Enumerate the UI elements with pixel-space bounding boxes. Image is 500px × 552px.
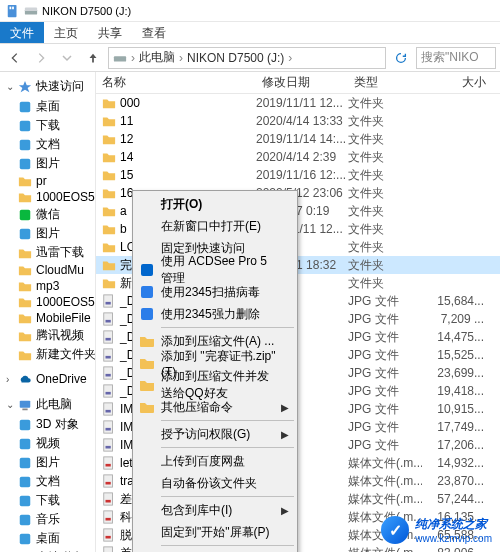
sidebar-item[interactable]: 音乐 (0, 510, 95, 529)
sidebar-item[interactable]: pr (0, 173, 95, 189)
menu-item[interactable]: 发送到(N)▶ (135, 548, 295, 552)
svg-rect-8 (20, 139, 31, 150)
svg-rect-32 (104, 331, 113, 343)
file-row[interactable]: 12 2019/11/14 14:... 文件夹 (96, 130, 500, 148)
file-row[interactable]: 15 2019/11/16 12:... 文件夹 (96, 166, 500, 184)
file-type: JPG 文件 (348, 401, 422, 418)
ribbon-tab-share[interactable]: 共享 (88, 22, 132, 43)
sidebar-item[interactable]: 文档 (0, 135, 95, 154)
col-type[interactable]: 类型 (348, 74, 422, 91)
menu-item[interactable]: 其他压缩命令▶ (135, 396, 295, 418)
col-name[interactable]: 名称 (96, 74, 256, 91)
sidebar-item[interactable]: 图片 (0, 453, 95, 472)
file-type: 媒体文件(.m... (348, 473, 422, 490)
nav-back-button[interactable] (4, 47, 26, 69)
file-name: 15 (120, 168, 133, 182)
breadcrumb[interactable]: 此电脑 (139, 49, 175, 66)
navigation-pane: ⌄ 快速访问桌面下载文档图片pr1000EOS5D微信图片迅雷下载CloudMu… (0, 72, 96, 552)
svg-rect-49 (106, 482, 111, 485)
sidebar-item[interactable]: 1000EOS5D (0, 189, 95, 205)
ribbon-tab-view[interactable]: 查看 (132, 22, 176, 43)
sidebar-item[interactable]: 视频 (0, 434, 95, 453)
col-date[interactable]: 修改日期 (256, 74, 348, 91)
svg-rect-9 (20, 158, 31, 169)
sidebar-item[interactable]: 文档 (0, 472, 95, 491)
sidebar-item[interactable]: 下载 (0, 116, 95, 135)
sidebar-item[interactable]: 图片 (0, 224, 95, 243)
nav-forward-button[interactable] (30, 47, 52, 69)
sidebar-item[interactable]: 图片 (0, 154, 95, 173)
file-type: 文件夹 (348, 257, 422, 274)
svg-rect-45 (106, 446, 111, 449)
menu-item[interactable]: 打开(O) (135, 193, 295, 215)
watermark-url: www.kzmvip.com (415, 533, 492, 544)
address-box[interactable]: › 此电脑 › NIKON D7500 (J:) › (108, 47, 386, 69)
menu-item[interactable]: 固定到"开始"屏幕(P) (135, 521, 295, 543)
sidebar-item[interactable]: 迅雷下载 (0, 243, 95, 262)
menu-item[interactable]: 自动备份该文件夹 (135, 472, 295, 494)
sidebar-item[interactable]: 微信 (0, 205, 95, 224)
breadcrumb[interactable]: NIKON D7500 (J:) (187, 51, 284, 65)
sidebar-item[interactable]: 下载 (0, 491, 95, 510)
sidebar-this-pc[interactable]: ⌄ 此电脑 (0, 394, 95, 415)
menu-item-label: 打开(O) (161, 196, 202, 213)
file-name: 新 (120, 275, 132, 292)
sidebar-item[interactable]: CloudMu (0, 262, 95, 278)
file-row[interactable]: 11 2020/4/14 13:33 文件夹 (96, 112, 500, 130)
nav-up-button[interactable] (82, 47, 104, 69)
sidebar-item-label: 1000EOS5D (36, 295, 95, 309)
sidebar-item[interactable]: mp3 (0, 278, 95, 294)
star-icon (18, 80, 32, 94)
svg-rect-37 (106, 374, 111, 377)
file-name: 差 (120, 491, 132, 508)
ribbon-file[interactable]: 文件 (0, 22, 44, 43)
file-row[interactable]: 14 2020/4/14 2:39 文件夹 (96, 148, 500, 166)
file-type: 媒体文件(.m... (348, 455, 422, 472)
file-date: 2019/11/16 12:... (256, 168, 348, 182)
menu-item[interactable]: 包含到库中(I)▶ (135, 499, 295, 521)
svg-rect-12 (20, 400, 31, 407)
svg-rect-15 (20, 438, 31, 449)
chevron-right-icon: › (288, 51, 292, 65)
file-size: 7,209 ... (422, 312, 492, 326)
refresh-button[interactable] (390, 47, 412, 69)
menu-item[interactable]: 上传到百度网盘 (135, 450, 295, 472)
sidebar-quick-access[interactable]: ⌄ 快速访问 (0, 76, 95, 97)
svg-rect-1 (10, 6, 12, 9)
sidebar-item-label: 图片 (36, 225, 60, 242)
file-size: 23,699... (422, 366, 492, 380)
file-name: 000 (120, 96, 140, 110)
sidebar-item[interactable]: 腾讯视频 (0, 326, 95, 345)
menu-item[interactable]: 使用2345强力删除 (135, 303, 295, 325)
col-size[interactable]: 大小 (422, 74, 492, 91)
nav-recent-button[interactable] (56, 47, 78, 69)
file-type: JPG 文件 (348, 419, 422, 436)
file-row[interactable]: 000 2019/11/11 12... 文件夹 (96, 94, 500, 112)
menu-item[interactable]: 在新窗口中打开(E) (135, 215, 295, 237)
sidebar-item-label: mp3 (36, 279, 59, 293)
ribbon-tab-home[interactable]: 主页 (44, 22, 88, 43)
sidebar-onedrive[interactable]: › OneDrive (0, 370, 95, 388)
file-type: 文件夹 (348, 239, 422, 256)
sidebar-item-label: 视频 (36, 435, 60, 452)
sidebar-item-label: 音乐 (36, 511, 60, 528)
sidebar-item[interactable]: 桌面 (0, 97, 95, 116)
search-box[interactable]: 搜索"NIKO (416, 47, 496, 69)
file-name: 14 (120, 150, 133, 164)
svg-rect-60 (141, 264, 153, 276)
menu-item[interactable]: 授予访问权限(G)▶ (135, 423, 295, 445)
sidebar-item[interactable]: 本地磁盘 ( (0, 548, 95, 552)
sidebar-item[interactable]: MobileFile (0, 310, 95, 326)
sidebar-item[interactable]: 桌面 (0, 529, 95, 548)
menu-item-label: 其他压缩命令 (161, 399, 233, 416)
menu-item[interactable]: 添加到压缩文件并发送给QQ好友 (135, 374, 295, 396)
sidebar-item[interactable]: 1000EOS5D (0, 294, 95, 310)
menu-item[interactable]: 使用 ACDSee Pro 5 管理 (135, 259, 295, 281)
file-name: 科 (120, 509, 132, 526)
sidebar-label: OneDrive (36, 372, 87, 386)
sidebar-item-label: MobileFile (36, 311, 91, 325)
svg-rect-53 (106, 518, 111, 521)
sidebar-item[interactable]: 新建文件夹 (0, 345, 95, 364)
menu-item[interactable]: 使用2345扫描病毒 (135, 281, 295, 303)
sidebar-item[interactable]: 3D 对象 (0, 415, 95, 434)
